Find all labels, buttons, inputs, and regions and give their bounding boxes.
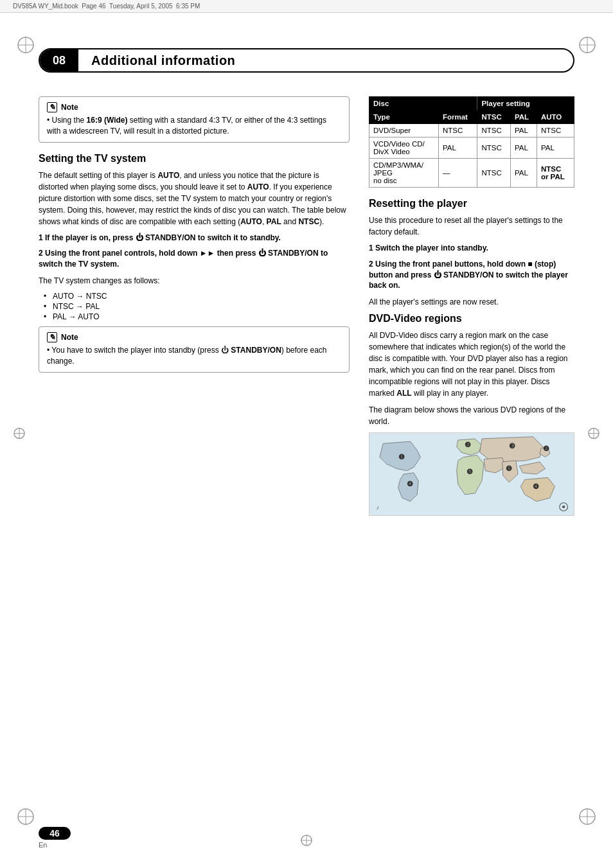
table-col-pal: PAL (511, 111, 537, 124)
body-text-tv-1: The default setting of this player is AU… (39, 170, 350, 227)
table-cell-pal-dvd-ntsc: PAL (511, 124, 537, 137)
step-reset-2: 2 Using the front panel buttons, hold do… (369, 259, 574, 291)
footer-left: 46 En (39, 827, 71, 849)
table-cell-format-pal: PAL (438, 137, 477, 159)
note-header-1: ✎ Note (47, 102, 341, 112)
bullet-pal-auto: PAL → AUTO (44, 312, 350, 321)
note-box-1: ✎ Note • Using the 16:9 (Wide) setting w… (39, 96, 350, 143)
meta-page: Page 46 (82, 3, 105, 10)
table-header-disc: Disc (369, 97, 477, 111)
svg-text:❷: ❷ (465, 441, 471, 448)
page-language: En (39, 841, 71, 849)
table-cell-auto-cd: NTSCor PAL (537, 159, 574, 188)
note-body-2: • You have to switch the player into sta… (47, 345, 341, 367)
chapter-header: 08 Additional information (39, 48, 574, 73)
note-label-1: Note (61, 103, 78, 112)
body-text-dvd-regions-2: The diagram below shows the various DVD … (369, 404, 574, 427)
table-cell-type-cd: CD/MP3/WMA/JPEGno disc (369, 159, 439, 188)
svg-point-28 (562, 506, 565, 508)
mid-mark-right (587, 427, 600, 441)
svg-text:❹: ❹ (533, 483, 539, 491)
table-cell-ntsc-cd: NTSC (477, 159, 511, 188)
meta-time: 6:35 PM (176, 3, 200, 10)
reg-mark-bottom-left (13, 804, 39, 829)
note-box-2: ✎ Note • You have to switch the player i… (39, 326, 350, 373)
table-row-cd-mp3: CD/MP3/WMA/JPEGno disc — NTSC PAL NTSCor… (369, 159, 574, 188)
svg-text:❸: ❸ (509, 442, 515, 450)
mid-mark-left (13, 427, 26, 441)
svg-text:♪: ♪ (377, 504, 380, 511)
reg-mark-top-left (13, 32, 39, 58)
table-col-format: Format (438, 111, 477, 124)
svg-text:❶: ❶ (398, 453, 405, 461)
right-column: Disc Player setting Type Format NTSC PAL… (369, 87, 574, 804)
table-cell-ntsc-dvd-ntsc: NTSC (477, 124, 511, 137)
note-body-1: • Using the 16:9 (Wide) setting with a s… (47, 115, 341, 137)
world-map: ❶ ❹ ❷ ❺ ❸ ❺ ❹ ❷ ♪ (369, 432, 574, 516)
world-map-svg: ❶ ❹ ❷ ❺ ❸ ❺ ❹ ❷ ♪ (369, 433, 574, 515)
table-row-dvd-ntsc: DVD/Super NTSC NTSC PAL NTSC (369, 124, 574, 137)
note-icon-2: ✎ (47, 332, 57, 342)
table-cell-format-cd: — (438, 159, 477, 188)
table-cell-format-ntsc: NTSC (438, 124, 477, 137)
left-column: ✎ Note • Using the 16:9 (Wide) setting w… (39, 87, 350, 804)
section-heading-dvd-regions: DVD-Video regions (369, 313, 574, 324)
meta-date: Tuesday, April 5, 2005 (109, 3, 172, 10)
table-cell-pal-vcd-pal: PAL (511, 137, 537, 159)
meta-bar: DV585A WY_Mid.book Page 46 Tuesday, Apri… (0, 0, 613, 13)
table-cell-ntsc-vcd-pal: NTSC (477, 137, 511, 159)
disc-table: Disc Player setting Type Format NTSC PAL… (369, 96, 574, 188)
tv-system-bullets: AUTO → NTSC NTSC → PAL PAL → AUTO (44, 292, 350, 321)
note-header-2: ✎ Note (47, 332, 341, 342)
table-cell-pal-cd: PAL (511, 159, 537, 188)
step-reset-1: 1 Switch the player into standby. (369, 243, 574, 254)
svg-text:❷: ❷ (543, 445, 549, 452)
reg-mark-bottom-right (574, 804, 600, 829)
note-label-2: Note (61, 333, 78, 342)
body-text-reset-done: All the player's settings are now reset. (369, 296, 574, 308)
step-tv-1: 1 If the player is on, press ⏻ STANDBY/O… (39, 233, 350, 244)
table-col-ntsc: NTSC (477, 111, 511, 124)
reg-mark-bottom-center (300, 834, 313, 849)
reg-mark-top-right (574, 32, 600, 58)
chapter-number: 08 (40, 49, 78, 71)
step-tv-2: 2 Using the front panel controls, hold d… (39, 248, 350, 270)
meta-filename: DV585A WY_Mid.book (13, 3, 78, 10)
body-text-reset: Use this procedure to reset all the play… (369, 215, 574, 238)
note-icon-1: ✎ (47, 102, 57, 112)
svg-text:❺: ❺ (466, 468, 473, 475)
section-heading-reset: Resetting the player (369, 198, 574, 209)
content-area: ✎ Note • Using the 16:9 (Wide) setting w… (39, 87, 574, 804)
table-cell-type-vcd: VCD/Video CD/DivX Video (369, 137, 439, 159)
table-row-vcd-pal: VCD/Video CD/DivX Video PAL NTSC PAL PAL (369, 137, 574, 159)
chapter-title: Additional information (78, 53, 248, 68)
table-cell-auto-dvd-ntsc: NTSC (537, 124, 574, 137)
table-cell-type-dvd: DVD/Super (369, 124, 439, 137)
svg-text:❺: ❺ (506, 465, 512, 472)
bullet-auto-ntsc: AUTO → NTSC (44, 292, 350, 301)
body-text-dvd-regions-1: All DVD-Video discs carry a region mark … (369, 330, 574, 399)
table-col-auto: AUTO (537, 111, 574, 124)
section-heading-tv: Setting the TV system (39, 153, 350, 164)
body-text-tv-changes: The TV system changes as follows: (39, 275, 350, 287)
page-number: 46 (39, 827, 71, 840)
svg-text:❹: ❹ (407, 480, 413, 488)
page-container: DV585A WY_Mid.book Page 46 Tuesday, Apri… (0, 0, 613, 868)
table-header-player-setting: Player setting (477, 97, 574, 111)
bullet-ntsc-pal: NTSC → PAL (44, 302, 350, 311)
table-cell-auto-vcd-pal: PAL (537, 137, 574, 159)
table-col-type: Type (369, 111, 439, 124)
